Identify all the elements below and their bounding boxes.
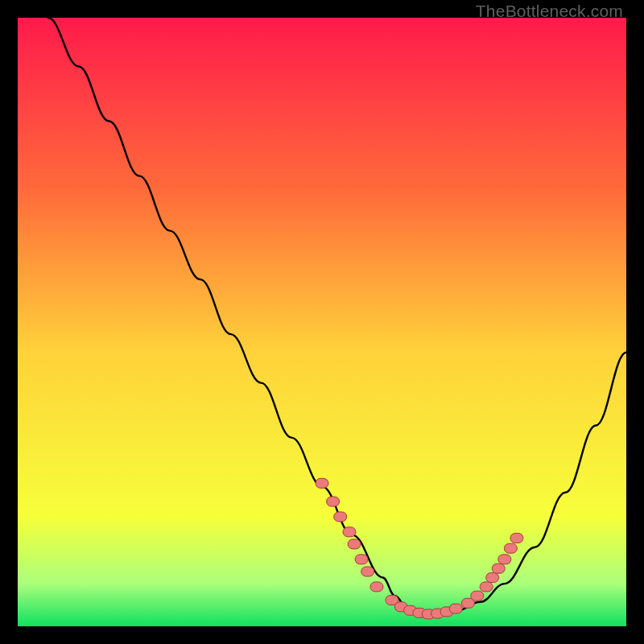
marker-dot (486, 573, 499, 583)
marker-dot (327, 497, 340, 506)
watermark-text: TheBottleneck.com (476, 2, 623, 21)
gradient-background (18, 18, 626, 626)
marker-dot (316, 478, 328, 488)
marker-dot (471, 591, 484, 601)
marker-dot (504, 543, 517, 553)
marker-dot (492, 564, 505, 573)
chart-frame (18, 18, 626, 626)
marker-dot (510, 533, 523, 543)
marker-dot (348, 539, 361, 549)
marker-dot (361, 567, 374, 576)
marker-dot (370, 582, 383, 592)
bottleneck-chart (18, 18, 626, 626)
marker-dot (343, 527, 356, 537)
marker-dot (480, 582, 493, 592)
marker-dot (449, 604, 462, 613)
marker-dot (355, 555, 368, 564)
marker-dot (498, 555, 511, 564)
marker-dot (334, 512, 347, 522)
